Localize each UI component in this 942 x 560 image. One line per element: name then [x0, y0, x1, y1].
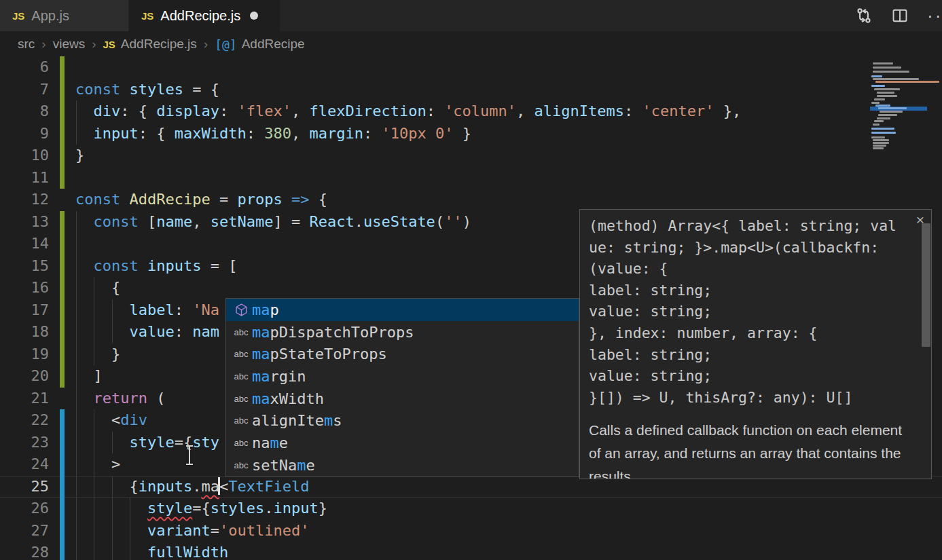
code-line-26[interactable]: 26 style={styles.input}	[0, 498, 942, 520]
code-token: 'center'	[642, 102, 714, 119]
gutter-added-indicator[interactable]	[60, 255, 65, 278]
code-line-28[interactable]: 28 fullWidth	[0, 542, 942, 560]
suggestion-item-mapDispatchToProps[interactable]: abcmapDispatchToProps	[226, 321, 579, 343]
minimap-code-bar	[875, 81, 939, 83]
code-text: const AddRecipe = props => {	[75, 189, 327, 211]
code-token: props	[237, 191, 282, 208]
code-token: inputs	[147, 257, 201, 274]
code-token: ,	[291, 125, 310, 142]
suggestion-item-alignItems[interactable]: abcalignItems	[226, 409, 579, 432]
gutter-added-indicator[interactable]	[60, 123, 65, 145]
code-token: (	[147, 390, 166, 407]
code-token: },	[714, 102, 742, 119]
open-changes-icon[interactable]	[855, 7, 873, 24]
method-description: Calls a defined callback function on eac…	[580, 408, 931, 479]
code-token: =>	[291, 191, 310, 208]
code-text: ]	[75, 365, 103, 388]
gutter-added-indicator[interactable]	[60, 56, 65, 79]
minimap-code-bar	[873, 67, 901, 69]
code-text: <div	[75, 409, 147, 432]
gutter-modified-indicator[interactable]	[60, 476, 65, 498]
code-line-9[interactable]: 9 input: { maxWidth: 380, margin: '10px …	[0, 123, 942, 145]
suggestion-item-setName[interactable]: abcsetName	[226, 454, 579, 477]
code-line-27[interactable]: 27 variant='outlined'	[0, 520, 942, 542]
gutter-added-indicator[interactable]	[60, 167, 65, 189]
minimap-code-bar	[874, 120, 884, 122]
code-token: 'flex'	[237, 102, 291, 119]
gutter-modified-indicator[interactable]	[60, 453, 65, 476]
breadcrumb-separator: ›	[41, 37, 46, 52]
gutter-added-indicator[interactable]	[60, 299, 65, 322]
code-text: fullWidth	[75, 542, 228, 560]
breadcrumb-item-addrecipe-js[interactable]: JSAddRecipe.js	[103, 37, 197, 52]
minimap-code-bar	[871, 128, 894, 130]
suggestion-item-maxWidth[interactable]: abcmaxWidth	[226, 388, 579, 410]
text-symbol-icon: abc	[230, 460, 252, 470]
breadcrumb-item-addrecipe[interactable]: [@]AddRecipe	[215, 37, 304, 52]
gutter-added-indicator[interactable]	[60, 343, 65, 366]
suggestion-label: mapDispatchToProps	[252, 324, 414, 341]
gutter-added-indicator[interactable]	[60, 79, 65, 101]
tooltip-scrollbar-thumb[interactable]	[922, 223, 930, 347]
code-token: 'outlined'	[219, 522, 309, 539]
code-line-12[interactable]: 12const AddRecipe = props => {	[0, 189, 942, 211]
gutter-added-indicator[interactable]	[60, 100, 65, 123]
code-line-6[interactable]: 6	[0, 56, 942, 79]
code-token: [	[147, 213, 156, 230]
breadcrumb-item-views[interactable]: views	[53, 37, 86, 52]
code-token: margin	[309, 125, 363, 142]
code-token: :	[175, 301, 193, 318]
unsaved-changes-dot[interactable]	[250, 12, 258, 20]
gutter-added-indicator[interactable]	[60, 365, 65, 388]
code-token: ,	[192, 213, 211, 230]
split-editor-icon[interactable]	[891, 7, 909, 24]
gutter-added-indicator[interactable]	[60, 211, 65, 234]
suggestion-label: setName	[252, 457, 315, 474]
gutter-added-indicator[interactable]	[60, 233, 65, 255]
code-token: 'Na	[192, 301, 219, 318]
code-line-11[interactable]: 11	[0, 167, 942, 189]
code-token: variant	[147, 522, 211, 539]
code-text: value: nam	[75, 321, 219, 343]
code-token	[75, 500, 147, 517]
code-token: }	[75, 147, 84, 164]
code-token: React	[309, 213, 354, 230]
gutter-added-indicator[interactable]	[60, 277, 65, 299]
gutter-added-indicator[interactable]	[60, 321, 65, 343]
code-line-10[interactable]: 10}	[0, 145, 942, 167]
line-number: 16	[0, 277, 49, 299]
minimap-code-bar	[873, 147, 884, 149]
tab-app-js[interactable]: JS App.js	[0, 0, 129, 31]
line-number: 27	[0, 520, 49, 542]
suggestion-item-name[interactable]: abcname	[226, 432, 579, 454]
gutter-modified-indicator[interactable]	[60, 520, 65, 542]
more-actions-icon[interactable]: ···	[927, 5, 942, 26]
gutter-modified-indicator[interactable]	[60, 409, 65, 432]
minimap-code-bar	[871, 102, 880, 104]
gutter-modified-indicator[interactable]	[60, 498, 65, 520]
line-number: 9	[0, 123, 49, 145]
gutter-added-indicator[interactable]	[60, 145, 65, 167]
text-symbol-icon: abc	[230, 394, 252, 404]
code-text: }	[75, 145, 84, 167]
gutter-modified-indicator[interactable]	[60, 542, 65, 560]
code-line-7[interactable]: 7const styles = {	[0, 79, 942, 101]
line-number: 26	[0, 498, 49, 520]
suggestion-item-map[interactable]: map	[226, 299, 579, 321]
code-line-8[interactable]: 8 div: { display: 'flex', flexDirection:…	[0, 100, 942, 123]
suggestion-label: map	[252, 301, 279, 318]
minimap[interactable]	[870, 61, 942, 163]
code-token: label	[129, 301, 174, 318]
tab-addrecipe-js[interactable]: JS AddRecipe.js	[129, 0, 280, 31]
breadcrumb-item-src[interactable]: src	[18, 37, 35, 52]
minimap-code-bar	[871, 85, 885, 87]
suggestion-item-mapStateToProps[interactable]: abcmapStateToProps	[226, 343, 579, 365]
minimap-code-bar	[875, 105, 890, 107]
line-number: 15	[0, 255, 49, 278]
gutter-modified-indicator[interactable]	[60, 432, 65, 454]
code-token: styles	[129, 81, 183, 98]
code-token: }	[75, 346, 120, 362]
code-token	[75, 213, 94, 230]
code-token: =	[211, 522, 219, 539]
suggestion-item-margin[interactable]: abcmargin	[226, 365, 579, 388]
